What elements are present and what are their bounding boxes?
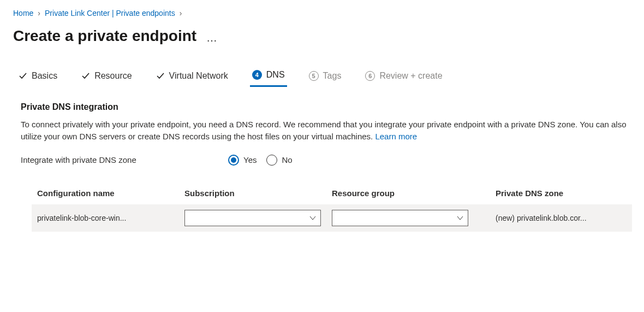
col-private-dns-zone: Private DNS zone <box>496 189 637 198</box>
radio-icon <box>228 155 239 166</box>
tab-label: Virtual Network <box>169 71 228 81</box>
radio-group-integrate-dns: Yes No <box>228 155 293 166</box>
tab-label: Tags <box>323 71 342 81</box>
cell-config-name: privatelink-blob-core-win... <box>37 214 184 222</box>
radio-label: No <box>282 155 292 164</box>
step-number-icon: 4 <box>252 70 262 80</box>
tab-basics[interactable]: Basics <box>16 68 59 86</box>
radio-yes[interactable]: Yes <box>228 155 257 166</box>
field-label-integrate-dns: Integrate with private DNS zone <box>21 155 228 164</box>
breadcrumb: Home › Private Link Center | Private end… <box>13 9 631 17</box>
check-icon <box>19 72 27 80</box>
dns-config-table: Configuration name Subscription Resource… <box>32 182 632 232</box>
tab-dns[interactable]: 4 DNS <box>250 67 287 87</box>
tab-label: Basics <box>32 71 57 81</box>
wizard-tabs: Basics Resource Virtual Network 4 DNS 5 … <box>13 67 631 87</box>
resource-group-dropdown[interactable] <box>332 210 468 226</box>
chevron-right-icon: › <box>38 9 40 17</box>
chevron-down-icon <box>457 215 463 221</box>
col-configuration-name: Configuration name <box>37 189 184 198</box>
radio-icon <box>266 155 277 166</box>
col-resource-group: Resource group <box>332 189 496 198</box>
tab-label: Resource <box>94 71 132 81</box>
tab-tags[interactable]: 5 Tags <box>307 68 344 86</box>
step-number-icon: 5 <box>309 71 319 81</box>
tab-virtual-network[interactable]: Virtual Network <box>154 68 230 86</box>
tab-label: Review + create <box>379 71 442 81</box>
step-number-icon: 6 <box>365 71 375 81</box>
page-title: Create a private endpoint <box>13 27 196 45</box>
more-actions-button[interactable]: … <box>206 32 218 44</box>
learn-more-link[interactable]: Learn more <box>375 132 417 141</box>
breadcrumb-home[interactable]: Home <box>13 9 33 17</box>
chevron-down-icon <box>309 215 316 221</box>
radio-no[interactable]: No <box>266 155 292 166</box>
table-row: privatelink-blob-core-win... (new) priva… <box>32 204 632 232</box>
col-subscription: Subscription <box>184 189 332 198</box>
check-icon <box>156 72 165 80</box>
section-heading: Private DNS integration <box>21 102 631 112</box>
chevron-right-icon: › <box>180 9 182 17</box>
radio-label: Yes <box>243 155 257 164</box>
section-description: To connect privately with your private e… <box>21 119 631 143</box>
check-icon <box>81 72 90 80</box>
tab-label: DNS <box>266 70 285 80</box>
subscription-dropdown[interactable] <box>184 210 321 226</box>
breadcrumb-private-link-center[interactable]: Private Link Center | Private endpoints <box>45 9 175 17</box>
tab-resource[interactable]: Resource <box>79 68 134 86</box>
tab-review-create[interactable]: 6 Review + create <box>363 68 444 86</box>
cell-private-dns-zone: (new) privatelink.blob.cor... <box>496 214 637 222</box>
